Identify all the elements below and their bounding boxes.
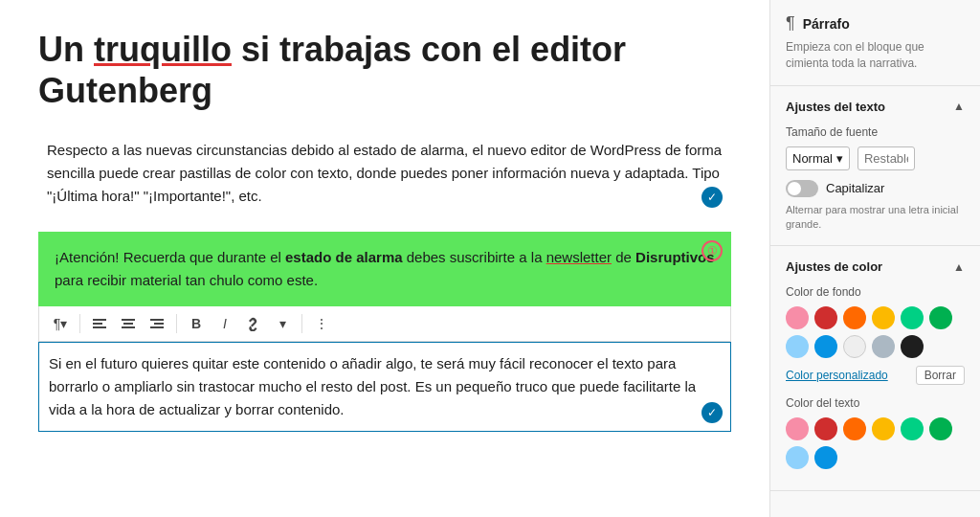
swatch-pink[interactable] bbox=[786, 306, 809, 329]
text-color-swatches bbox=[786, 417, 965, 469]
text-swatch-orange[interactable] bbox=[843, 417, 866, 440]
paragraph-text-1: Respecto a las nuevas circunstancias deb… bbox=[47, 139, 723, 208]
text-settings-header: Ajustes del texto ▲ bbox=[786, 100, 965, 114]
block-description: Empieza con el bloque que cimienta toda … bbox=[786, 39, 965, 72]
text-settings-section: Ajustes del texto ▲ Tamaño de fuente Nor… bbox=[770, 86, 980, 247]
circle-number-highlight: ① bbox=[702, 240, 723, 261]
title-underline: truquillo bbox=[94, 30, 232, 69]
swatch-gray-light[interactable] bbox=[843, 335, 866, 358]
svg-rect-5 bbox=[122, 326, 135, 328]
svg-rect-8 bbox=[150, 326, 164, 328]
capitalizar-toggle[interactable] bbox=[786, 180, 818, 197]
text-swatch-green-light[interactable] bbox=[901, 417, 924, 440]
color-settings-chevron[interactable]: ▲ bbox=[953, 260, 965, 274]
sidebar-block-header: ¶ Párrafo bbox=[786, 13, 965, 34]
text-swatch-red[interactable] bbox=[814, 417, 837, 440]
paragraph-block-1[interactable]: Respecto a las nuevas circunstancias deb… bbox=[38, 130, 731, 216]
text-swatch-pink[interactable] bbox=[786, 417, 809, 440]
color-settings-title: Ajustes de color bbox=[786, 259, 882, 274]
more-options-btn[interactable]: ⋮ bbox=[308, 310, 335, 337]
sidebar-block-info: ¶ Párrafo Empieza con el bloque que cimi… bbox=[770, 0, 980, 86]
toolbar-divider-2 bbox=[176, 314, 177, 333]
swatch-red[interactable] bbox=[814, 306, 837, 329]
text-settings-title: Ajustes del texto bbox=[786, 100, 885, 114]
sidebar: ¶ Párrafo Empieza con el bloque que cimi… bbox=[769, 0, 980, 517]
clear-color-btn[interactable]: Borrar bbox=[916, 366, 965, 385]
text-swatch-yellow[interactable] bbox=[872, 417, 895, 440]
font-size-row: Normal ▾ bbox=[786, 146, 965, 170]
swatch-gray[interactable] bbox=[872, 335, 895, 358]
paragraph-block-3[interactable]: Si en el futuro quieres quitar este cont… bbox=[38, 342, 731, 432]
svg-rect-6 bbox=[150, 319, 164, 321]
toolbar-divider-3 bbox=[301, 314, 302, 333]
align-center-btn[interactable] bbox=[115, 310, 142, 337]
swatch-yellow[interactable] bbox=[872, 306, 895, 329]
highlight-container: ¡Atención! Recuerda que durante el estad… bbox=[38, 232, 731, 342]
highlight-text: ¡Atención! Recuerda que durante el estad… bbox=[55, 246, 715, 292]
swatch-black[interactable] bbox=[901, 335, 924, 358]
capitalizar-label: Capitalizar bbox=[826, 181, 884, 195]
swatch-green-light[interactable] bbox=[901, 306, 924, 329]
swatch-blue-light[interactable] bbox=[786, 335, 809, 358]
font-size-value: Normal bbox=[792, 151, 833, 166]
link-btn[interactable] bbox=[240, 310, 267, 337]
highlight-block[interactable]: ¡Atención! Recuerda que durante el estad… bbox=[38, 232, 731, 306]
text-swatch-blue-light[interactable] bbox=[786, 446, 809, 469]
font-size-label: Tamaño de fuente bbox=[786, 125, 965, 139]
block-toolbar: ¶▾ B I ▾ ⋮ bbox=[38, 306, 731, 342]
font-size-chevron: ▾ bbox=[836, 151, 843, 166]
text-swatch-blue[interactable] bbox=[814, 446, 837, 469]
background-color-label: Color de fondo bbox=[786, 285, 965, 299]
text-swatch-green-dark[interactable] bbox=[929, 417, 952, 440]
capitalizar-desc: Alternar para mostrar una letra inicial … bbox=[786, 203, 965, 233]
link-dropdown-btn[interactable]: ▾ bbox=[269, 310, 296, 337]
bold-btn[interactable]: B bbox=[183, 310, 210, 337]
block-name-label: Párrafo bbox=[803, 16, 850, 32]
color-actions: Color personalizado Borrar bbox=[786, 366, 965, 385]
svg-rect-2 bbox=[93, 326, 106, 328]
svg-rect-1 bbox=[93, 323, 102, 325]
svg-rect-0 bbox=[93, 319, 106, 321]
italic-btn[interactable]: I bbox=[212, 310, 238, 337]
swatch-green-dark[interactable] bbox=[929, 306, 952, 329]
background-color-swatches bbox=[786, 306, 965, 358]
paragraph-block-icon: ¶ bbox=[786, 13, 795, 34]
align-left-btn[interactable] bbox=[86, 310, 113, 337]
custom-color-btn[interactable]: Color personalizado bbox=[786, 369, 888, 382]
toolbar-divider-1 bbox=[79, 314, 80, 333]
swatch-orange[interactable] bbox=[843, 306, 866, 329]
color-settings-section: Ajustes de color ▲ Color de fondo Color … bbox=[770, 246, 980, 491]
post-title[interactable]: Un truquillo si trabajas con el editor G… bbox=[38, 29, 731, 111]
align-right-btn[interactable] bbox=[144, 310, 170, 337]
svg-rect-4 bbox=[123, 323, 133, 325]
paragraph-type-btn[interactable]: ¶▾ bbox=[47, 310, 74, 337]
font-size-input[interactable] bbox=[858, 146, 915, 170]
svg-rect-7 bbox=[154, 323, 164, 325]
text-settings-chevron[interactable]: ▲ bbox=[953, 100, 965, 113]
text-color-label: Color del texto bbox=[786, 396, 965, 410]
capitalizar-row: Capitalizar bbox=[786, 180, 965, 197]
color-settings-header: Ajustes de color ▲ bbox=[786, 259, 965, 274]
font-size-select[interactable]: Normal ▾ bbox=[786, 146, 850, 170]
paragraph-text-3: Si en el futuro quieres quitar este cont… bbox=[49, 352, 721, 421]
editor-area: Un truquillo si trabajas con el editor G… bbox=[0, 0, 769, 517]
swatch-blue[interactable] bbox=[814, 335, 837, 358]
svg-rect-3 bbox=[122, 319, 135, 321]
